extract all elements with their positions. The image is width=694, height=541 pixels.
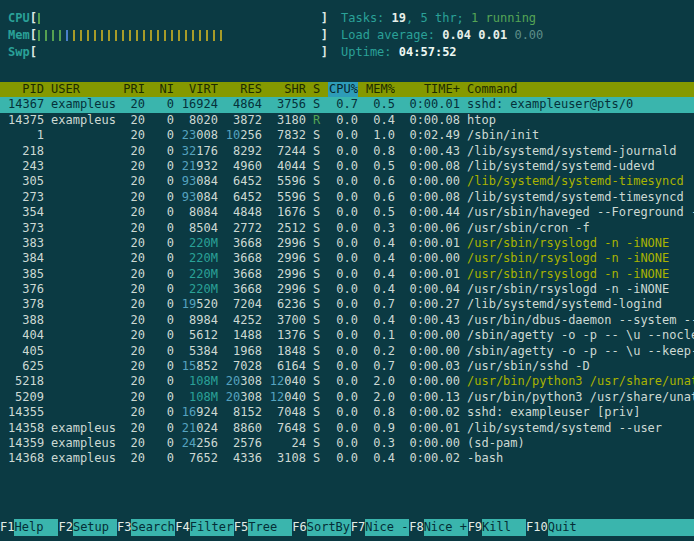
stat-segment: 0.01: [478, 28, 514, 42]
cell-s: S: [313, 421, 321, 436]
cell-pri: 20: [123, 313, 145, 328]
cell-time: 0:00.04: [402, 282, 460, 297]
cell-pid: 218: [8, 144, 44, 159]
process-row-pid-5209[interactable]: 5209200108M2030812040S0.02.00:00.13/usr/…: [0, 390, 694, 405]
cell-virt: 8504: [181, 221, 218, 236]
cell-virt: 32176: [181, 144, 218, 159]
process-row-pid-378[interactable]: 3782001952072046236S0.00.70:00.27/lib/sy…: [0, 297, 694, 312]
fkey-quit[interactable]: F10Quit: [526, 519, 694, 536]
cell-shr: 2512: [269, 221, 306, 236]
meter-tick-yellow: [220, 30, 222, 41]
cell-pid: 388: [8, 313, 44, 328]
cell-s: S: [313, 144, 321, 159]
process-row-pid-14368[interactable]: 14368exampleus200765243363108S0.00.40:00…: [0, 451, 694, 466]
cell-virt: 93084: [181, 174, 218, 189]
cell-virt: 21024: [181, 421, 218, 436]
column-header-pid[interactable]: PID: [8, 82, 44, 97]
process-row-pid-14359[interactable]: 14359exampleus20024256257624S0.00.30:00.…: [0, 436, 694, 451]
meter-tick-yellow: [80, 30, 82, 41]
process-row-pid-14355[interactable]: 143552001692481527048S0.00.80:00.02sshd:…: [0, 405, 694, 420]
cell-mem: 0.4: [365, 113, 395, 128]
cell-shr: 12040: [269, 374, 306, 389]
cell-s: S: [313, 436, 321, 451]
process-row-pid-14358[interactable]: 14358exampleus2002102488607648S0.00.90:0…: [0, 421, 694, 436]
cell-pid: 14359: [8, 436, 44, 451]
cell-pid: 384: [8, 251, 44, 266]
cell-mem: 2.0: [365, 390, 395, 405]
cell-user: [51, 282, 116, 297]
cell-s: S: [313, 313, 321, 328]
process-row-pid-404[interactable]: 404200561214881376S0.00.10:00.00/sbin/ag…: [0, 328, 694, 343]
cell-s: S: [313, 251, 321, 266]
column-header-cpu[interactable]: CPU%: [328, 82, 358, 97]
fkey-nice-[interactable]: F7Nice -: [351, 519, 409, 536]
cell-cpu: 0.0: [328, 190, 358, 205]
cell-s: S: [313, 374, 321, 389]
cell-user: [51, 128, 116, 143]
process-row-pid-1[interactable]: 120023008102567832S0.01.00:02.49/sbin/in…: [0, 128, 694, 143]
process-row-pid-625[interactable]: 6252001585270286164S0.00.70:00.03/usr/sb…: [0, 359, 694, 374]
cell-ni: 0: [152, 405, 174, 420]
column-header-ni[interactable]: NI: [152, 82, 174, 97]
process-row-pid-218[interactable]: 2182003217682927244S0.00.80:00.43/lib/sy…: [0, 144, 694, 159]
process-row-pid-388[interactable]: 388200898442523700S0.00.40:00.43/usr/bin…: [0, 313, 694, 328]
column-header-virt[interactable]: VIRT: [181, 82, 218, 97]
fkey-filter[interactable]: F4Filter: [175, 519, 233, 536]
column-header-cmd[interactable]: Command: [467, 82, 694, 97]
process-row-pid-373[interactable]: 373200850427722512S0.00.30:00.06/usr/sbi…: [0, 221, 694, 236]
fkey-nice-[interactable]: F8Nice +: [409, 519, 467, 536]
process-row-pid-384[interactable]: 384200220M36682996S0.00.40:00.00/usr/sbi…: [0, 251, 694, 266]
cell-pid: 385: [8, 267, 44, 282]
process-row-pid-405[interactable]: 405200538419681848S0.00.20:00.00/sbin/ag…: [0, 344, 694, 359]
process-row-pid-383[interactable]: 383200220M36682996S0.00.40:00.01/usr/sbi…: [0, 236, 694, 251]
cell-cmd: /lib/systemd/systemd-udevd: [467, 159, 694, 174]
fkey-help[interactable]: F1Help: [0, 519, 58, 536]
process-row-pid-243[interactable]: 2432002193249604044S0.00.50:00.08/lib/sy…: [0, 159, 694, 174]
process-row-pid-14367[interactable]: 14367exampleus2001692448643756S0.70.50:0…: [0, 97, 694, 112]
cell-time: 0:00.00: [402, 436, 460, 451]
process-row-pid-305[interactable]: 3052009308464525596S0.00.60:00.00/lib/sy…: [0, 174, 694, 189]
cell-shr: 2996: [269, 251, 306, 266]
cell-s: S: [313, 174, 321, 189]
cell-ni: 0: [152, 451, 174, 466]
cell-pri: 20: [123, 436, 145, 451]
cell-pid: 273: [8, 190, 44, 205]
fkey-setup[interactable]: F2Setup: [58, 519, 116, 536]
meter-tick-green: [45, 30, 47, 41]
cell-user: [51, 221, 116, 236]
process-row-pid-354[interactable]: 354200808448481676S0.00.50:00.44/usr/sbi…: [0, 205, 694, 220]
column-header-s[interactable]: S: [313, 82, 321, 97]
cell-shr: 2996: [269, 282, 306, 297]
cell-cmd: /usr/bin/python3 /usr/share/unattended-u…: [467, 374, 694, 389]
cell-cmd: sshd: exampleuser [priv]: [467, 405, 694, 420]
column-header-pri[interactable]: PRI: [123, 82, 145, 97]
column-header-shr[interactable]: SHR: [269, 82, 306, 97]
column-header-user[interactable]: USER: [51, 82, 116, 97]
meter-tick-yellow: [185, 30, 187, 41]
cell-mem: 0.4: [365, 282, 395, 297]
cell-res: 3668: [225, 236, 262, 251]
process-row-pid-385[interactable]: 385200220M36682996S0.00.40:00.01/usr/sbi…: [0, 267, 694, 282]
cell-time: 0:00.01: [402, 236, 460, 251]
fkey-kill[interactable]: F9Kill: [468, 519, 526, 536]
column-header-mem[interactable]: MEM%: [365, 82, 395, 97]
process-row-pid-14375[interactable]: 14375exampleus200802038723180R0.00.40:00…: [0, 113, 694, 128]
column-header-res[interactable]: RES: [225, 82, 262, 97]
fkey-sortby[interactable]: F6SortBy: [292, 519, 350, 536]
process-row-pid-376[interactable]: 376200220M36682996S0.00.40:00.04/usr/sbi…: [0, 282, 694, 297]
cell-time: 0:00.08: [402, 190, 460, 205]
cell-pid: 14375: [8, 113, 44, 128]
cell-res: 6452: [225, 174, 262, 189]
cell-pid: 305: [8, 174, 44, 189]
meter-tick-yellow: [101, 30, 103, 41]
process-row-pid-273[interactable]: 2732009308464525596S0.00.60:00.08/lib/sy…: [0, 190, 694, 205]
cell-cpu: 0.0: [328, 282, 358, 297]
process-row-pid-5218[interactable]: 5218200108M2030812040S0.02.00:00.00/usr/…: [0, 374, 694, 389]
fkey-search[interactable]: F3Search: [117, 519, 175, 536]
fkey-tree[interactable]: F5Tree: [234, 519, 292, 536]
cell-res: 3872: [225, 113, 262, 128]
column-header-time[interactable]: TIME+: [402, 82, 460, 97]
cell-time: 0:00.27: [402, 297, 460, 312]
meter-tick-yellow: [192, 30, 194, 41]
cell-s: S: [313, 390, 321, 405]
